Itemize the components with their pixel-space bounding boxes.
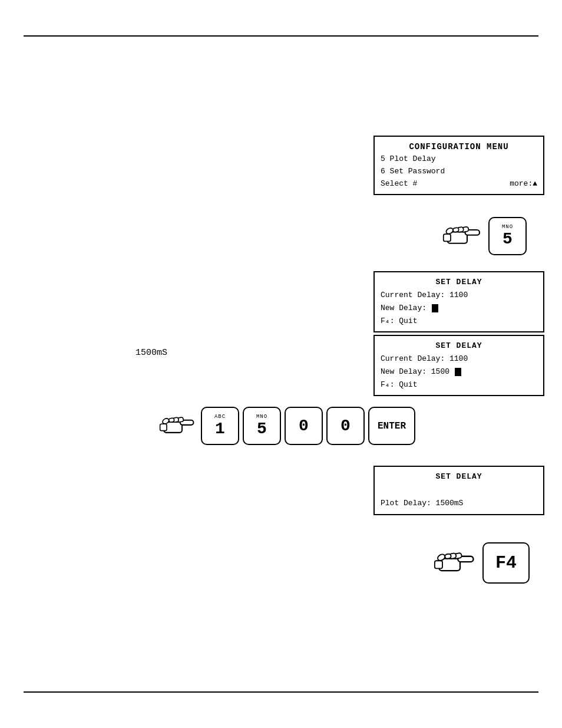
- set-delay-box-2: SET DELAY Current Delay: 1100 New Delay:…: [373, 335, 544, 396]
- hand-key-row-1: MNO 5: [442, 217, 527, 255]
- config-menu-select: Select # more:▲: [381, 178, 537, 190]
- set-delay-title-2: SET DELAY: [381, 340, 537, 353]
- enter-button[interactable]: ENTER: [368, 407, 415, 445]
- set-delay-quit-2: F₄: Quit: [381, 378, 537, 391]
- set-delay-result-title: SET DELAY: [381, 470, 537, 483]
- key-row: ABC 1 MNO 5 0 0 ENTER: [159, 407, 415, 445]
- svg-rect-13: [160, 424, 167, 430]
- key-0a-button[interactable]: 0: [285, 407, 323, 445]
- key-0a-main: 0: [299, 418, 309, 434]
- key-0b-main: 0: [340, 418, 351, 434]
- bottom-rule: [24, 691, 538, 693]
- cursor-2: [455, 368, 461, 376]
- key-5-sub-1: MNO: [502, 225, 513, 230]
- svg-rect-19: [445, 554, 451, 559]
- key-0b-button[interactable]: 0: [326, 407, 365, 445]
- key-5-button-1[interactable]: MNO 5: [488, 217, 527, 255]
- f4-label: F4: [495, 553, 517, 573]
- set-delay-current-2: Current Delay: 1100: [381, 353, 537, 365]
- config-menu-line2: 6 Set Password: [381, 166, 537, 178]
- more-label: more:▲: [510, 178, 537, 190]
- key-5-main-1: 5: [503, 231, 513, 248]
- key-1-main: 1: [215, 421, 225, 437]
- hand-icon-f4: [434, 545, 478, 581]
- label-1500ms: 1500mS: [135, 348, 167, 358]
- set-delay-new-1: New Delay:: [381, 302, 537, 315]
- top-rule: [24, 35, 538, 37]
- set-delay-quit-1: F₄: Quit: [381, 315, 537, 328]
- config-menu-title: CONFIGURATION MENU: [381, 140, 537, 153]
- set-delay-new-2: New Delay: 1500: [381, 365, 537, 378]
- key-1-sub: ABC: [214, 414, 226, 420]
- set-delay-current-1: Current Delay: 1100: [381, 289, 537, 302]
- key-5-button-row[interactable]: MNO 5: [243, 407, 281, 445]
- svg-rect-6: [444, 234, 451, 241]
- key-5-main-row: 5: [257, 421, 267, 437]
- set-delay-plot-line: Plot Delay: 1500mS: [381, 497, 537, 510]
- set-delay-title-1: SET DELAY: [381, 276, 537, 289]
- hand-key-row-f4: F4: [434, 542, 530, 584]
- config-menu-box: CONFIGURATION MENU 5 Plot Delay 6 Set Pa…: [373, 136, 544, 195]
- svg-rect-20: [435, 561, 442, 568]
- svg-rect-12: [168, 418, 174, 423]
- hand-icon-1: [442, 220, 484, 252]
- key-5-sub-row: MNO: [256, 414, 267, 420]
- svg-rect-5: [453, 228, 459, 233]
- key-1-button[interactable]: ABC 1: [201, 407, 239, 445]
- cursor-1: [432, 304, 438, 312]
- set-delay-result-empty: [381, 483, 537, 497]
- config-menu-line1: 5 Plot Delay: [381, 153, 537, 166]
- enter-label: ENTER: [378, 421, 406, 431]
- set-delay-box-1: SET DELAY Current Delay: 1100 New Delay:…: [373, 271, 544, 332]
- select-label: Select #: [381, 178, 417, 190]
- hand-icon-row: [159, 410, 197, 442]
- f4-button[interactable]: F4: [482, 542, 530, 584]
- set-delay-result-box: SET DELAY Plot Delay: 1500mS: [373, 466, 544, 515]
